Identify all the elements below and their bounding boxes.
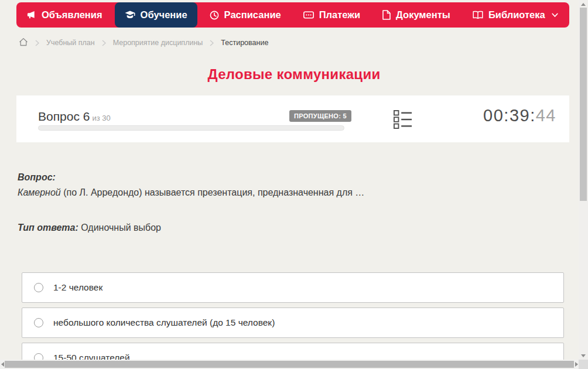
answer-options: 1-2 человек небольшого количества слушат… — [22, 272, 564, 369]
nav-item-label: Объявления — [42, 9, 102, 20]
answer-type-row: Тип ответа: Одиночный выбор — [18, 220, 545, 235]
nav-item-label: Расписание — [224, 9, 281, 20]
nav-item-label: Библиотека — [488, 9, 545, 20]
cash-icon — [303, 11, 314, 19]
breadcrumb-item-discipline-event[interactable]: Мероприятие дисциплины — [113, 39, 203, 47]
answer-option-1[interactable]: 1-2 человек — [22, 272, 564, 303]
breadcrumb-separator-icon — [35, 40, 39, 46]
nav-item-learning[interactable]: Обучение — [115, 2, 197, 28]
document-icon — [382, 10, 391, 20]
question-body: Вопрос: Камерной (по Л. Арредондо) назыв… — [18, 170, 545, 235]
nav-item-library[interactable]: Библиотека — [463, 2, 568, 28]
chevron-down-icon — [552, 13, 558, 18]
nav-item-label: Обучение — [141, 9, 187, 20]
scroll-down-arrow[interactable] — [581, 354, 586, 357]
timer-hours-minutes: 00:39: — [483, 106, 536, 125]
megaphone-icon — [26, 10, 36, 20]
scroll-up-arrow[interactable] — [581, 3, 586, 6]
breadcrumb-separator-icon — [102, 40, 106, 46]
question-number: Вопрос 6из 30 — [38, 110, 111, 124]
radio-button[interactable] — [34, 318, 43, 327]
home-icon[interactable] — [19, 37, 28, 49]
vertical-scrollbar[interactable] — [579, 0, 588, 369]
progress-bar — [38, 125, 344, 131]
nav-item-label: Документы — [396, 9, 450, 20]
nav-item-documents[interactable]: Документы — [372, 2, 460, 28]
open-book-icon — [473, 11, 483, 19]
breadcrumb-item-testing: Тестирование — [221, 39, 268, 47]
breadcrumb-separator-icon — [210, 40, 214, 46]
question-text: Камерной (по Л. Арредондо) называется пр… — [18, 185, 545, 200]
radio-button[interactable] — [34, 283, 43, 292]
question-label: Вопрос: — [18, 170, 545, 185]
breadcrumb-item-study-plan[interactable]: Учебный план — [46, 39, 95, 47]
question-text-rest: (по Л. Арредондо) называется презентация… — [61, 187, 365, 197]
question-list-icon[interactable] — [394, 110, 412, 132]
answer-option-2[interactable]: небольшого количества слушателей (до 15 … — [22, 308, 564, 338]
answer-option-label: 1-2 человек — [53, 282, 102, 293]
question-number-label: Вопрос 6 — [38, 110, 90, 123]
scroll-right-arrow[interactable] — [575, 362, 578, 367]
scroll-left-arrow[interactable] — [1, 362, 4, 367]
answer-type-label: Тип ответа: — [18, 223, 78, 233]
page-title: Деловые коммуникации — [0, 66, 588, 83]
timer: 00:39:44 — [483, 106, 556, 125]
breadcrumb: Учебный план Мероприятие дисциплины Тест… — [19, 37, 268, 49]
nav-item-label: Платежи — [319, 9, 360, 20]
timer-seconds: 44 — [536, 106, 556, 125]
nav-item-payments[interactable]: Платежи — [293, 2, 370, 28]
question-header-card: Вопрос 6из 30 ПРОПУЩЕНО: 5 00:39:44 — [16, 95, 569, 142]
graduation-cap-icon — [125, 11, 135, 19]
question-term: Камерной — [18, 187, 61, 197]
top-navigation: Объявления Обучение Расписание Платежи Д… — [16, 2, 569, 28]
answer-type-value: Одиночный выбор — [81, 223, 161, 233]
answer-option-label: небольшого количества слушателей (до 15 … — [53, 317, 275, 328]
scrollbar-corner — [579, 360, 588, 369]
question-total-label: из 30 — [92, 114, 110, 122]
vertical-scrollbar-thumb[interactable] — [580, 8, 587, 201]
nav-item-announcements[interactable]: Объявления — [16, 2, 112, 28]
horizontal-scrollbar[interactable] — [0, 360, 579, 369]
horizontal-scrollbar-thumb[interactable] — [5, 361, 574, 368]
clock-icon — [210, 11, 219, 20]
skipped-badge: ПРОПУЩЕНО: 5 — [289, 110, 351, 122]
nav-item-schedule[interactable]: Расписание — [200, 2, 291, 28]
